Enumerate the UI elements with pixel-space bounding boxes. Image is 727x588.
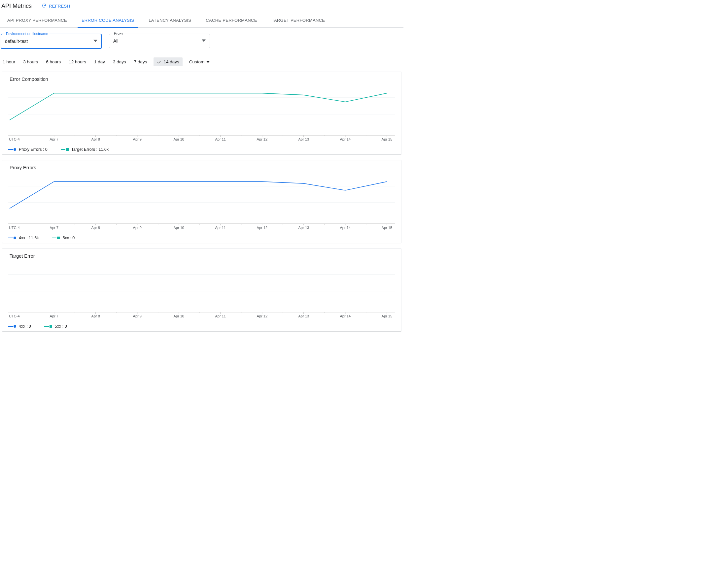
refresh-button[interactable]: REFRESH bbox=[42, 3, 70, 9]
refresh-label: REFRESH bbox=[49, 4, 70, 8]
svg-text:Apr 15: Apr 15 bbox=[382, 137, 392, 141]
time-range-row: 1 hour3 hours6 hours12 hours1 day3 days7… bbox=[0, 58, 403, 66]
svg-text:Apr 13: Apr 13 bbox=[298, 137, 309, 141]
environment-select-label: Environment or Hostname bbox=[5, 32, 49, 36]
svg-text:Apr 14: Apr 14 bbox=[340, 314, 351, 318]
tab-error-code[interactable]: ERROR CODE ANALYSIS bbox=[74, 13, 141, 27]
time-range-1-hour[interactable]: 1 hour bbox=[1, 58, 17, 66]
svg-text:Apr 15: Apr 15 bbox=[382, 314, 392, 318]
legend-item[interactable]: 5xx : 0 bbox=[52, 236, 75, 240]
panel-target-error: Target ErrorApr 7Apr 8Apr 9Apr 10Apr 11A… bbox=[2, 249, 402, 332]
environment-select[interactable]: Environment or Hostname default-test bbox=[1, 34, 102, 49]
legend-swatch-icon bbox=[8, 148, 16, 151]
panel-title: Target Error bbox=[7, 253, 396, 259]
legend-item[interactable]: Proxy Errors : 0 bbox=[8, 147, 47, 152]
svg-text:UTC-4: UTC-4 bbox=[9, 314, 20, 318]
proxy-select[interactable]: Proxy All bbox=[109, 34, 210, 48]
chevron-down-icon bbox=[202, 38, 206, 44]
tab-cache[interactable]: CACHE PERFORMANCE bbox=[198, 13, 264, 27]
tab-proxy-perf[interactable]: API PROXY PERFORMANCE bbox=[0, 13, 74, 27]
svg-text:Apr 8: Apr 8 bbox=[92, 226, 100, 230]
svg-text:Apr 9: Apr 9 bbox=[133, 137, 142, 141]
time-range-14-days[interactable]: 14 days bbox=[154, 58, 182, 66]
chart-error-composition[interactable]: Apr 7Apr 8Apr 9Apr 10Apr 11Apr 12Apr 13A… bbox=[7, 83, 396, 145]
legend-label: Proxy Errors : 0 bbox=[19, 147, 47, 152]
refresh-icon bbox=[42, 3, 47, 9]
panel-error-composition: Error CompositionApr 7Apr 8Apr 9Apr 10Ap… bbox=[2, 71, 402, 155]
time-range-6-hours[interactable]: 6 hours bbox=[45, 58, 62, 66]
svg-text:Apr 13: Apr 13 bbox=[298, 226, 309, 230]
svg-text:Apr 14: Apr 14 bbox=[340, 137, 351, 141]
tabs-bar: API PROXY PERFORMANCEERROR CODE ANALYSIS… bbox=[0, 13, 403, 28]
legend-label: 4xx : 0 bbox=[19, 324, 31, 329]
svg-text:UTC-4: UTC-4 bbox=[9, 137, 20, 141]
svg-text:Apr 9: Apr 9 bbox=[133, 314, 142, 318]
proxy-select-label: Proxy bbox=[113, 31, 124, 35]
svg-text:Apr 14: Apr 14 bbox=[340, 226, 351, 230]
time-range-3-days[interactable]: 3 days bbox=[112, 58, 127, 66]
svg-text:Apr 15: Apr 15 bbox=[382, 226, 392, 230]
svg-text:Apr 11: Apr 11 bbox=[215, 137, 226, 141]
legend-item[interactable]: Target Errors : 11.6k bbox=[61, 147, 108, 152]
legend-swatch-icon bbox=[8, 325, 16, 328]
legend-label: Target Errors : 11.6k bbox=[71, 147, 108, 152]
tab-latency[interactable]: LATENCY ANALYSIS bbox=[141, 13, 198, 27]
environment-select-value: default-test bbox=[5, 39, 28, 44]
svg-text:Apr 11: Apr 11 bbox=[215, 226, 226, 230]
legend: Proxy Errors : 0Target Errors : 11.6k bbox=[7, 147, 396, 152]
legend-item[interactable]: 4xx : 0 bbox=[8, 324, 31, 329]
proxy-select-value: All bbox=[113, 38, 119, 44]
chart-proxy-errors[interactable]: Apr 7Apr 8Apr 9Apr 10Apr 11Apr 12Apr 13A… bbox=[7, 171, 396, 234]
svg-text:Apr 9: Apr 9 bbox=[133, 226, 142, 230]
panel-title: Error Composition bbox=[7, 77, 396, 82]
chevron-down-icon bbox=[94, 39, 97, 44]
time-range-7-days[interactable]: 7 days bbox=[133, 58, 148, 66]
legend-label: 5xx : 0 bbox=[62, 236, 75, 240]
svg-text:Apr 7: Apr 7 bbox=[50, 137, 58, 141]
legend-item[interactable]: 4xx : 11.6k bbox=[8, 236, 39, 240]
legend-swatch-icon bbox=[61, 148, 69, 151]
legend-swatch-icon bbox=[44, 325, 52, 328]
svg-text:Apr 7: Apr 7 bbox=[50, 226, 58, 230]
legend-swatch-icon bbox=[52, 236, 60, 239]
tab-target[interactable]: TARGET PERFORMANCE bbox=[264, 13, 332, 27]
svg-text:Apr 12: Apr 12 bbox=[257, 314, 267, 318]
panel-title: Proxy Errors bbox=[7, 165, 396, 170]
svg-text:UTC-4: UTC-4 bbox=[9, 226, 20, 230]
svg-text:Apr 8: Apr 8 bbox=[92, 314, 100, 318]
legend: 4xx : 11.6k5xx : 0 bbox=[7, 236, 396, 240]
legend: 4xx : 05xx : 0 bbox=[7, 324, 396, 329]
legend-label: 5xx : 0 bbox=[55, 324, 67, 329]
legend-swatch-icon bbox=[8, 236, 16, 239]
svg-text:Apr 11: Apr 11 bbox=[215, 314, 226, 318]
svg-text:Apr 10: Apr 10 bbox=[173, 314, 184, 318]
time-range-1-day[interactable]: 1 day bbox=[93, 58, 106, 66]
svg-text:Apr 12: Apr 12 bbox=[257, 137, 267, 141]
svg-text:Apr 7: Apr 7 bbox=[50, 314, 58, 318]
time-range-custom[interactable]: Custom bbox=[188, 58, 211, 66]
svg-text:Apr 10: Apr 10 bbox=[173, 226, 184, 230]
svg-text:Apr 10: Apr 10 bbox=[173, 137, 184, 141]
time-range-3-hours[interactable]: 3 hours bbox=[22, 58, 39, 66]
svg-text:Apr 8: Apr 8 bbox=[92, 137, 100, 141]
page-title: API Metrics bbox=[1, 3, 32, 9]
time-range-12-hours[interactable]: 12 hours bbox=[67, 58, 87, 66]
panel-proxy-errors: Proxy ErrorsApr 7Apr 8Apr 9Apr 10Apr 11A… bbox=[2, 160, 402, 243]
legend-item[interactable]: 5xx : 0 bbox=[44, 324, 67, 329]
svg-text:Apr 13: Apr 13 bbox=[298, 314, 309, 318]
legend-label: 4xx : 11.6k bbox=[19, 236, 39, 240]
chart-target-error[interactable]: Apr 7Apr 8Apr 9Apr 10Apr 11Apr 12Apr 13A… bbox=[7, 259, 396, 322]
svg-text:Apr 12: Apr 12 bbox=[257, 226, 267, 230]
